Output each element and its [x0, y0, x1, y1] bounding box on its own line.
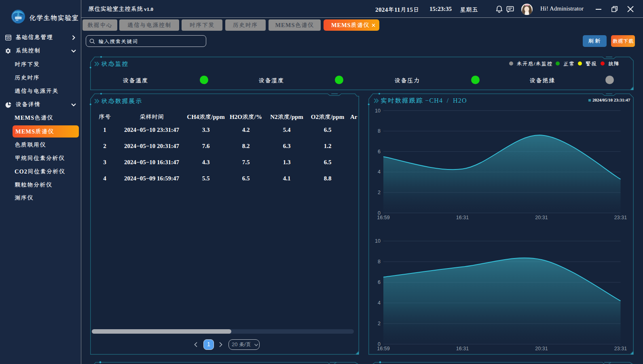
svg-text:8: 8 — [378, 259, 381, 265]
svg-text:4: 4 — [378, 300, 381, 306]
svg-text:10: 10 — [375, 238, 381, 244]
svg-text:16:59: 16:59 — [377, 346, 389, 351]
svg-text:8: 8 — [378, 128, 381, 134]
svg-text:23:31: 23:31 — [614, 215, 627, 220]
svg-text:2: 2 — [378, 190, 381, 195]
svg-text:23:31: 23:31 — [614, 346, 627, 351]
svg-text:</>: </> — [6, 37, 11, 40]
svg-text:6: 6 — [378, 279, 381, 285]
svg-text:2: 2 — [378, 321, 381, 326]
svg-text:6: 6 — [378, 149, 381, 154]
svg-text:20:31: 20:31 — [535, 346, 548, 351]
svg-text:20:31: 20:31 — [535, 215, 548, 220]
svg-text:16:59: 16:59 — [377, 215, 389, 220]
svg-text:4: 4 — [378, 169, 381, 175]
svg-text:16:31: 16:31 — [456, 215, 469, 220]
svg-text:16:31: 16:31 — [456, 346, 469, 351]
svg-text:10: 10 — [375, 108, 381, 114]
